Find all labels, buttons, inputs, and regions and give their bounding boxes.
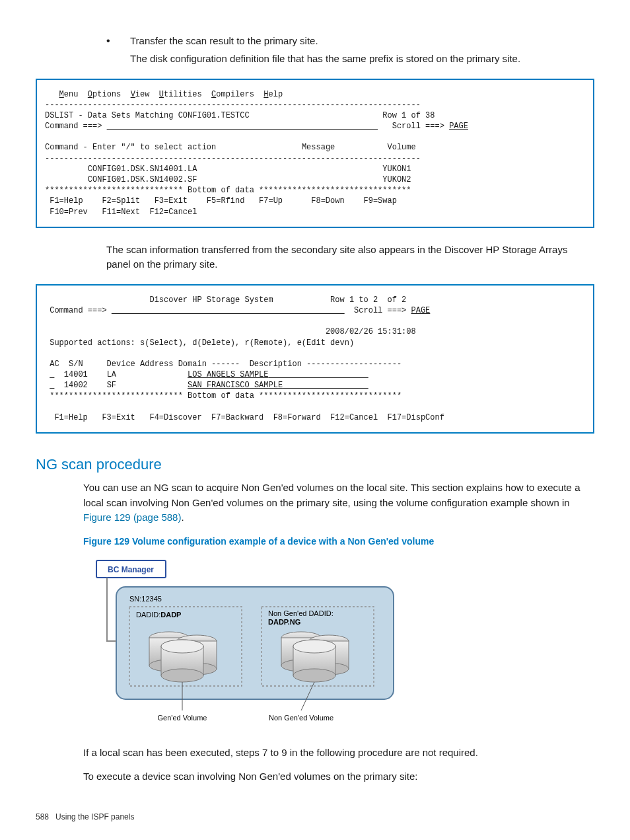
svg-point-13 [161,669,203,682]
fkeys: F1=Help F3=Exit F4=Discover F7=Backward … [45,413,444,422]
scroll-label: Scroll ===> [354,306,411,315]
section-heading: NG scan procedure [36,453,594,475]
nongen-dadid-label: Non Gen'ed DADID: [268,609,333,617]
bullet-subtext: The disk configuration definition file t… [130,52,594,67]
terminal-discover: Discover HP Storage System Row 1 to 2 of… [36,284,594,434]
bottom-marker: **************************** Bottom of d… [45,391,402,401]
bullet-item: • Transfer the scan result to the primar… [106,33,594,49]
svg-point-24 [293,640,335,653]
footer-title: Using the ISPF panels [55,812,134,821]
sn-1: 14001 [64,370,88,379]
ac-input-1[interactable] [50,370,54,379]
col-volume: Volume [388,143,416,152]
dadid-value: DADP [160,611,181,619]
ad-1: LA [107,370,116,379]
svg-text:DADID:DADP: DADID:DADP [136,611,181,619]
supported-actions: Supported actions: s(Select), d(Delete),… [50,338,354,348]
separator: ----------------------------------------… [45,100,421,110]
vol-1: YUKON1 [382,165,411,174]
ng-para-3: To execute a device scan involving Non G… [83,769,594,784]
row-info: Row 1 to 2 of 2 [330,295,406,305]
svg-point-14 [161,640,203,653]
bullet-marker: • [106,33,130,49]
ng-para-1: You can use an NG scan to acquire Non Ge… [83,480,594,525]
scroll-value[interactable]: PAGE [411,306,431,315]
vol-2: YUKON2 [382,175,411,184]
desc-1: LOS ANGELS SAMPLE [188,370,368,379]
dadid-label: DADID: [136,611,160,619]
dataset-2: CONFIG01.DSK.SN14002.SF [88,175,197,184]
svg-point-23 [293,669,335,682]
nongen-dadid-value: DADP.NG [268,618,300,626]
menu-options[interactable]: O [88,90,92,99]
mid-paragraph: The scan information transferred from th… [106,243,594,272]
terminal-dslist: Menu Options View Utilities Compilers He… [36,79,594,228]
menu-utilities[interactable]: U [159,90,164,99]
figure-link[interactable]: Figure 129 (page 588) [83,512,181,523]
command-label: Command ===> [45,122,102,131]
sn-label: SN:12345 [129,595,162,603]
figure-diagram: BC Manager SN:12345 DADID:DADP Non Gen'e… [90,555,594,727]
desc-2: SAN FRANCISCO SAMPLE [188,381,368,390]
gen-volume-label: Gen'ed Volume [158,714,207,722]
sn-2: 14002 [64,381,88,390]
page-number: 588 [36,812,49,821]
ng-para-2: If a local scan has been executed, steps… [83,745,594,761]
ac-input-2[interactable] [50,381,54,390]
command-input[interactable] [112,306,345,315]
ad-2: SF [107,381,116,390]
bottom-marker: ***************************** Bottom of … [45,186,411,195]
panel-title: Discover HP Storage System [149,295,273,305]
instruction: Command - Enter "/" to select action [45,143,216,152]
menu-view[interactable]: V [131,90,135,99]
dslist-title: DSLIST - Data Sets Matching CONFIG01.TES… [45,111,250,120]
scroll-value[interactable]: PAGE [449,122,468,131]
separator: ----------------------------------------… [45,154,421,163]
table-header: AC S/N Device Address Domain ------ Desc… [45,360,402,369]
bullet-text: Transfer the scan result to the primary … [130,34,318,49]
menu-compilers[interactable]: C [211,90,216,99]
page-footer: 588 Using the ISPF panels [36,811,594,823]
bc-manager-label: BC Manager [108,565,154,574]
menu-menu[interactable]: M [59,90,64,99]
timestamp: 2008/02/26 15:31:08 [326,327,416,336]
col-message: Message [302,143,335,152]
command-input[interactable] [107,122,378,131]
scroll-label: Scroll ===> [392,122,449,131]
command-label: Command ===> [50,306,106,315]
nongen-volume-label: Non Gen'ed Volume [269,714,333,722]
fkeys: F1=Help F2=Split F3=Exit F5=Rfind F7=Up … [45,196,397,216]
menu-help[interactable]: H [263,90,268,99]
figure-caption: Figure 129 Volume configuration example … [83,535,594,549]
row-info: Row 1 of 38 [382,111,435,120]
dataset-1: CONFIG01.DSK.SN14001.LA [88,165,197,174]
